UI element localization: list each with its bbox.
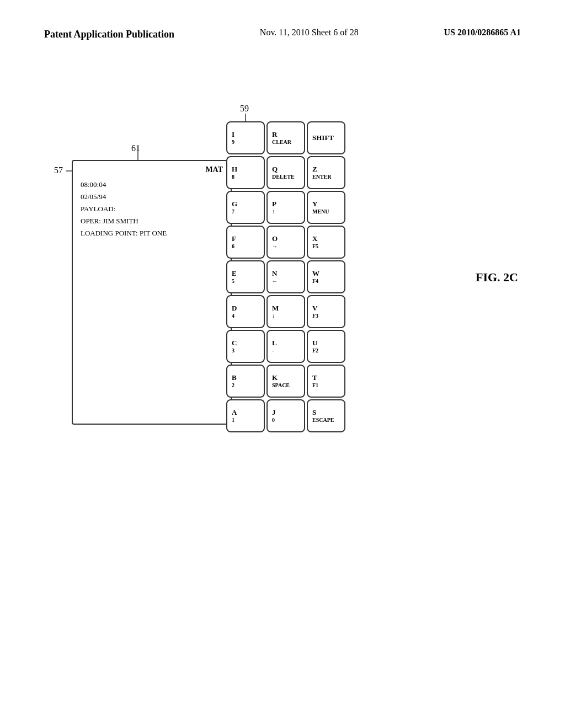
display-line-3: PAYLOAD: (81, 203, 223, 215)
key-B-2[interactable]: B 2 (226, 365, 265, 398)
key-U-F2[interactable]: U F2 (307, 330, 345, 363)
display-line-2: 02/05/94 (81, 191, 223, 203)
publication-number: US 2010/0286865 A1 (444, 28, 521, 38)
key-C-3[interactable]: C 3 (226, 330, 265, 363)
publication-title: Patent Application Publication (44, 28, 174, 41)
display-panel: MAT 08:00:04 02/05/94 PAYLOAD: OPER: JIM… (72, 160, 232, 425)
key-R-CLEAR[interactable]: R CLEAR (266, 121, 305, 154)
key-H-8[interactable]: H 8 (226, 156, 265, 189)
key-E-5[interactable]: E 5 (226, 260, 265, 293)
key-SHIFT[interactable]: SHIFT (307, 121, 345, 154)
key-G-7[interactable]: G 7 (226, 191, 265, 224)
keyboard-grid: I 9 R CLEAR SHIFT H 8 Q DELETE Z ENTER G (226, 121, 345, 432)
key-T-F1[interactable]: T F1 (307, 365, 345, 398)
key-Q-DELETE[interactable]: Q DELETE (266, 156, 305, 189)
key-M-down[interactable]: M ↓ (266, 295, 305, 328)
key-P-up[interactable]: P ↑ (266, 191, 305, 224)
key-N-left[interactable]: N ← (266, 260, 305, 293)
key-D-4[interactable]: D 4 (226, 295, 265, 328)
display-line-5: LOADING POINT: PIT ONE (81, 227, 223, 239)
key-F-6[interactable]: F 6 (226, 226, 265, 259)
page-header: Patent Application Publication Nov. 11, … (0, 28, 565, 41)
key-O-right[interactable]: O → (266, 226, 305, 259)
key-Y-MENU[interactable]: Y MENU (307, 191, 345, 224)
key-V-F3[interactable]: V F3 (307, 295, 345, 328)
display-line-1: 08:00:04 (81, 179, 223, 191)
mat-label: MAT (205, 165, 223, 174)
key-S-ESCAPE[interactable]: S ESCAPE (307, 399, 345, 432)
key-K-SPACE[interactable]: K SPACE (266, 365, 305, 398)
key-W-F4[interactable]: W F4 (307, 260, 345, 293)
key-X-F5[interactable]: X F5 (307, 226, 345, 259)
figure-label: FIG. 2C (476, 270, 518, 285)
key-L-dash[interactable]: L - (266, 330, 305, 363)
display-content: 08:00:04 02/05/94 PAYLOAD: OPER: JIM SMI… (81, 179, 223, 239)
diagram-area: 57 61 59 MAT 08:00:04 02/05/94 PAYLOAD: … (44, 88, 521, 640)
key-Z-ENTER[interactable]: Z ENTER (307, 156, 345, 189)
key-I-9[interactable]: I 9 (226, 121, 265, 154)
key-A-1[interactable]: A 1 (226, 399, 265, 432)
publication-info: Nov. 11, 2010 Sheet 6 of 28 (260, 28, 359, 38)
display-line-4: OPER: JIM SMITH (81, 215, 223, 227)
key-J-0[interactable]: J 0 (266, 399, 305, 432)
